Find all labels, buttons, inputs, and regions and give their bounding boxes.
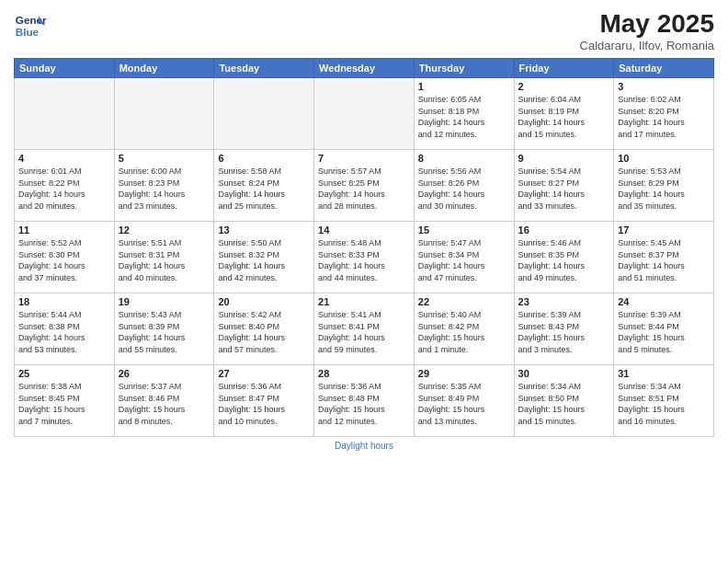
day-info: Sunrise: 5:44 AM Sunset: 8:38 PM Dayligh… [18, 309, 110, 355]
day-number: 13 [218, 224, 310, 236]
header: General Blue May 2025 Caldararu, Ilfov, … [14, 9, 714, 52]
weekday-header: Monday [114, 59, 214, 78]
day-number: 2 [518, 81, 610, 92]
day-number: 5 [119, 153, 210, 164]
calendar-cell: 2Sunrise: 6:04 AM Sunset: 8:19 PM Daylig… [514, 78, 614, 150]
day-number: 21 [318, 296, 410, 307]
calendar-cell: 1Sunrise: 6:05 AM Sunset: 8:18 PM Daylig… [414, 78, 514, 150]
day-info: Sunrise: 5:52 AM Sunset: 8:30 PM Dayligh… [18, 237, 110, 283]
day-number: 8 [418, 153, 510, 164]
calendar-cell: 29Sunrise: 5:35 AM Sunset: 8:49 PM Dayli… [414, 365, 514, 437]
day-number: 3 [618, 81, 710, 92]
footer: Daylight hours [14, 441, 714, 451]
calendar-cell [114, 78, 214, 150]
day-info: Sunrise: 5:34 AM Sunset: 8:51 PM Dayligh… [618, 381, 710, 427]
day-info: Sunrise: 5:46 AM Sunset: 8:35 PM Dayligh… [518, 237, 610, 283]
calendar-cell: 13Sunrise: 5:50 AM Sunset: 8:32 PM Dayli… [214, 222, 314, 293]
day-info: Sunrise: 5:56 AM Sunset: 8:26 PM Dayligh… [418, 166, 510, 212]
calendar-week-row: 11Sunrise: 5:52 AM Sunset: 8:30 PM Dayli… [15, 222, 714, 293]
day-info: Sunrise: 5:34 AM Sunset: 8:50 PM Dayligh… [518, 381, 610, 427]
day-number: 28 [318, 368, 410, 379]
calendar-cell: 19Sunrise: 5:43 AM Sunset: 8:39 PM Dayli… [114, 293, 214, 365]
day-info: Sunrise: 5:41 AM Sunset: 8:41 PM Dayligh… [318, 309, 410, 355]
day-number: 30 [518, 368, 610, 379]
logo: General Blue [14, 9, 47, 42]
day-number: 7 [318, 153, 410, 164]
day-info: Sunrise: 5:37 AM Sunset: 8:46 PM Dayligh… [119, 381, 210, 427]
day-info: Sunrise: 5:43 AM Sunset: 8:39 PM Dayligh… [119, 309, 210, 355]
title-area: May 2025 Caldararu, Ilfov, Romania [580, 9, 714, 52]
page-container: General Blue May 2025 Caldararu, Ilfov, … [0, 0, 728, 563]
calendar-cell: 24Sunrise: 5:39 AM Sunset: 8:44 PM Dayli… [614, 293, 714, 365]
day-number: 22 [418, 296, 510, 307]
day-number: 23 [518, 296, 610, 307]
calendar-cell: 11Sunrise: 5:52 AM Sunset: 8:30 PM Dayli… [15, 222, 115, 293]
day-number: 6 [218, 153, 310, 164]
location: Caldararu, Ilfov, Romania [580, 39, 714, 52]
day-info: Sunrise: 5:40 AM Sunset: 8:42 PM Dayligh… [418, 309, 510, 355]
calendar-cell: 7Sunrise: 5:57 AM Sunset: 8:25 PM Daylig… [314, 150, 415, 222]
day-info: Sunrise: 6:00 AM Sunset: 8:23 PM Dayligh… [119, 166, 210, 212]
calendar-table: SundayMondayTuesdayWednesdayThursdayFrid… [14, 58, 714, 437]
day-info: Sunrise: 6:04 AM Sunset: 8:19 PM Dayligh… [518, 94, 610, 140]
calendar-cell: 10Sunrise: 5:53 AM Sunset: 8:29 PM Dayli… [614, 150, 714, 222]
calendar-cell: 22Sunrise: 5:40 AM Sunset: 8:42 PM Dayli… [414, 293, 514, 365]
weekday-header: Thursday [414, 59, 514, 78]
day-number: 25 [18, 368, 110, 379]
day-info: Sunrise: 5:36 AM Sunset: 8:48 PM Dayligh… [318, 381, 410, 427]
logo-icon: General Blue [14, 9, 47, 42]
day-info: Sunrise: 5:47 AM Sunset: 8:34 PM Dayligh… [418, 237, 510, 283]
day-info: Sunrise: 5:51 AM Sunset: 8:31 PM Dayligh… [119, 237, 210, 283]
day-number: 4 [18, 153, 110, 164]
calendar-cell: 20Sunrise: 5:42 AM Sunset: 8:40 PM Dayli… [214, 293, 314, 365]
day-number: 27 [218, 368, 310, 379]
day-number: 14 [318, 224, 410, 236]
day-number: 12 [119, 224, 210, 236]
calendar-week-row: 1Sunrise: 6:05 AM Sunset: 8:18 PM Daylig… [15, 78, 714, 150]
month-title: May 2025 [580, 9, 714, 39]
calendar-cell: 27Sunrise: 5:36 AM Sunset: 8:47 PM Dayli… [214, 365, 314, 437]
weekday-header-row: SundayMondayTuesdayWednesdayThursdayFrid… [15, 59, 714, 78]
calendar-week-row: 25Sunrise: 5:38 AM Sunset: 8:45 PM Dayli… [15, 365, 714, 437]
calendar-cell: 14Sunrise: 5:48 AM Sunset: 8:33 PM Dayli… [314, 222, 415, 293]
calendar-cell [15, 78, 115, 150]
calendar-cell: 23Sunrise: 5:39 AM Sunset: 8:43 PM Dayli… [514, 293, 614, 365]
day-info: Sunrise: 5:39 AM Sunset: 8:43 PM Dayligh… [518, 309, 610, 355]
day-number: 9 [518, 153, 610, 164]
calendar-cell: 31Sunrise: 5:34 AM Sunset: 8:51 PM Dayli… [614, 365, 714, 437]
day-info: Sunrise: 5:54 AM Sunset: 8:27 PM Dayligh… [518, 166, 610, 212]
day-number: 11 [18, 224, 110, 236]
day-number: 31 [618, 368, 710, 379]
day-number: 10 [618, 153, 710, 164]
calendar-cell: 15Sunrise: 5:47 AM Sunset: 8:34 PM Dayli… [414, 222, 514, 293]
day-number: 17 [618, 224, 710, 236]
day-info: Sunrise: 5:48 AM Sunset: 8:33 PM Dayligh… [318, 237, 410, 283]
day-number: 24 [618, 296, 710, 307]
day-number: 16 [518, 224, 610, 236]
day-info: Sunrise: 5:36 AM Sunset: 8:47 PM Dayligh… [218, 381, 310, 427]
weekday-header: Wednesday [314, 59, 415, 78]
weekday-header: Saturday [614, 59, 714, 78]
calendar-cell: 8Sunrise: 5:56 AM Sunset: 8:26 PM Daylig… [414, 150, 514, 222]
calendar-cell: 18Sunrise: 5:44 AM Sunset: 8:38 PM Dayli… [15, 293, 115, 365]
calendar-cell: 9Sunrise: 5:54 AM Sunset: 8:27 PM Daylig… [514, 150, 614, 222]
calendar-cell: 3Sunrise: 6:02 AM Sunset: 8:20 PM Daylig… [614, 78, 714, 150]
day-info: Sunrise: 5:38 AM Sunset: 8:45 PM Dayligh… [18, 381, 110, 427]
calendar-week-row: 4Sunrise: 6:01 AM Sunset: 8:22 PM Daylig… [15, 150, 714, 222]
calendar-cell: 30Sunrise: 5:34 AM Sunset: 8:50 PM Dayli… [514, 365, 614, 437]
day-number: 18 [18, 296, 110, 307]
day-number: 1 [418, 81, 510, 92]
calendar-cell: 28Sunrise: 5:36 AM Sunset: 8:48 PM Dayli… [314, 365, 415, 437]
calendar-cell [314, 78, 415, 150]
weekday-header: Sunday [15, 59, 115, 78]
day-info: Sunrise: 6:01 AM Sunset: 8:22 PM Dayligh… [18, 166, 110, 212]
day-number: 29 [418, 368, 510, 379]
weekday-header: Tuesday [214, 59, 314, 78]
calendar-cell: 17Sunrise: 5:45 AM Sunset: 8:37 PM Dayli… [614, 222, 714, 293]
day-info: Sunrise: 5:39 AM Sunset: 8:44 PM Dayligh… [618, 309, 710, 355]
day-info: Sunrise: 6:02 AM Sunset: 8:20 PM Dayligh… [618, 94, 710, 140]
day-info: Sunrise: 5:50 AM Sunset: 8:32 PM Dayligh… [218, 237, 310, 283]
day-number: 20 [218, 296, 310, 307]
calendar-cell: 5Sunrise: 6:00 AM Sunset: 8:23 PM Daylig… [114, 150, 214, 222]
calendar-cell [214, 78, 314, 150]
